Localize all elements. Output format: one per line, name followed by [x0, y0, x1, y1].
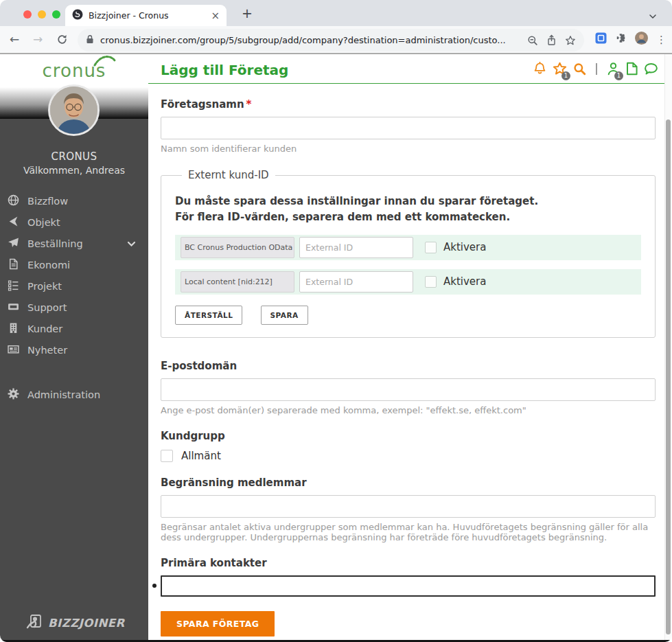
lock-icon[interactable] [86, 34, 94, 47]
main-content: Lägg till Företag 1 1 [148, 54, 667, 640]
save-company-button[interactable]: SPARA FÖRETAG [161, 611, 275, 637]
cronus-logo[interactable]: cronus [43, 60, 106, 81]
address-bar[interactable]: cronus.bizzjoiner.com/group/5/subgroup/a… [78, 29, 584, 51]
globe-icon [8, 194, 19, 208]
bizzjoiner-icon [26, 613, 43, 632]
chat-bubble-icon[interactable] [644, 62, 658, 76]
external-id-input[interactable] [299, 271, 413, 293]
customer-group-label: Kundgrupp [161, 430, 656, 442]
welcome-text: Välkommen, Andreas [0, 165, 148, 176]
building-icon [8, 322, 19, 336]
external-id-source: Local content [nid:212] [181, 271, 294, 293]
sidebar-menu: Bizzflow Objekt Beställning Ekonomi Proj… [0, 190, 148, 405]
external-id-source: BC Cronus Production OData V [181, 237, 294, 258]
minimize-window-button[interactable] [38, 10, 46, 19]
external-id-row: Local content [nid:212] Aktivera [175, 269, 641, 295]
invoice-icon [8, 258, 19, 272]
sidebar-logo-area: cronus [0, 54, 148, 87]
external-id-input[interactable] [299, 237, 413, 258]
gear-icon [8, 388, 19, 402]
sidebar-item-bestallning[interactable]: Beställning [0, 233, 148, 254]
primary-contacts-input[interactable] [161, 575, 656, 597]
url-text[interactable]: cronus.bizzjoiner.com/group/5/subgroup/a… [100, 35, 519, 45]
avatar [48, 84, 100, 136]
bullet-marker [152, 584, 157, 588]
external-id-fieldset: Externt kund-ID Du måste spara dessa ins… [161, 169, 656, 338]
person-icon[interactable]: 1 [607, 62, 620, 76]
cronus-logo-swoosh-icon [93, 54, 117, 69]
external-id-row: BC Cronus Production OData V Aktivera [175, 235, 641, 260]
sidebar: cronus CRONUS Välkommen, Andreas [0, 54, 148, 642]
sidebar-item-bizzflow[interactable]: Bizzflow [0, 190, 148, 211]
header-separator [596, 63, 597, 75]
sidebar-item-ekonomi[interactable]: Ekonomi [0, 254, 148, 275]
save-button[interactable]: SPARA [261, 306, 308, 325]
sidebar-item-administration[interactable]: Administration [0, 384, 148, 405]
search-icon[interactable] [573, 62, 586, 76]
tab-strip: Bizzjoiner - Cronus × + [0, 0, 672, 26]
email-domain-label: E-postdomän [161, 360, 656, 372]
sidebar-item-kunder[interactable]: Kunder [0, 318, 148, 339]
ticket-icon [8, 301, 19, 314]
tab-search-chevron-icon[interactable] [649, 10, 657, 23]
extension-icon[interactable] [595, 32, 607, 47]
reload-button[interactable] [56, 34, 68, 48]
company-name-label: Företagsnamn* [161, 98, 656, 111]
forward-button[interactable]: → [33, 32, 43, 46]
objekt-icon [8, 216, 19, 229]
browser-toolbar: ← → cronus.bizzjoiner.com/group/5/subgro… [0, 26, 672, 54]
sidebar-user-block: CRONUS Välkommen, Andreas [0, 150, 148, 176]
company-name-help: Namn som identifierar kunden [161, 144, 656, 154]
zoom-out-icon[interactable] [527, 35, 538, 46]
aktivera-checkbox[interactable] [425, 276, 437, 288]
favicon [72, 9, 83, 23]
bizzjoiner-footer-logo[interactable]: BIZZJOINER [26, 613, 125, 632]
sidebar-item-objekt[interactable]: Objekt [0, 211, 148, 233]
sidebar-item-nyheter[interactable]: Nyheter [0, 339, 148, 360]
scrollbar-track[interactable] [664, 54, 672, 640]
tab-title: Bizzjoiner - Cronus [89, 10, 211, 21]
aktivera-label[interactable]: Aktivera [443, 275, 486, 288]
bizzjoiner-wordmark: BIZZJOINER [48, 617, 125, 630]
new-tab-button[interactable]: + [242, 7, 253, 19]
form-area: Företagsnamn* Namn som identifierar kund… [148, 84, 667, 640]
sidebar-item-support[interactable]: Support [0, 297, 148, 318]
browser-tab[interactable]: Bizzjoiner - Cronus × [65, 5, 227, 26]
external-id-note: Du måste spara dessa inställningar innan… [175, 194, 641, 226]
star-badge: 1 [561, 71, 570, 80]
email-domain-help: Ange e-post domän(er) separerade med kom… [161, 405, 656, 415]
allmant-checkbox[interactable] [161, 450, 173, 462]
member-limit-label: Begränsning medlemmar [161, 477, 656, 489]
browser-menu-icon[interactable]: ⋮ [656, 34, 667, 46]
close-window-button[interactable] [23, 10, 32, 19]
allmant-label[interactable]: Allmänt [181, 450, 221, 462]
chevron-down-icon [127, 238, 136, 249]
email-domain-input[interactable] [161, 378, 656, 401]
paper-plane-icon [8, 237, 19, 251]
bell-icon[interactable] [533, 62, 546, 76]
favorites-star-icon[interactable]: 1 [553, 62, 567, 76]
document-icon[interactable] [626, 62, 638, 76]
sidebar-item-projekt[interactable]: Projekt [0, 275, 148, 297]
required-asterisk: * [246, 98, 252, 111]
scrollbar-thumb[interactable] [666, 119, 671, 634]
primary-contacts-label: Primära kontakter [161, 557, 656, 569]
share-icon[interactable] [546, 34, 557, 46]
org-name: CRONUS [0, 150, 148, 163]
reset-button[interactable]: ÅTERSTÄLL [175, 306, 242, 325]
puzzle-extensions-icon[interactable] [615, 32, 627, 47]
profile-avatar[interactable] [635, 32, 648, 47]
aktivera-label[interactable]: Aktivera [443, 241, 486, 253]
person-badge: 1 [614, 71, 623, 80]
aktivera-checkbox[interactable] [425, 242, 437, 253]
back-button[interactable]: ← [10, 32, 19, 46]
company-name-input[interactable] [161, 117, 656, 139]
zoom-window-button[interactable] [52, 10, 60, 19]
bookmark-star-icon[interactable] [565, 35, 576, 46]
page-title: Lägg till Företag [161, 62, 288, 78]
newspaper-icon [8, 343, 19, 357]
page-header: Lägg till Företag 1 1 [148, 54, 667, 84]
external-id-legend: Externt kund-ID [182, 169, 275, 181]
tab-close-icon[interactable]: × [211, 10, 220, 22]
member-limit-input[interactable] [161, 495, 656, 518]
